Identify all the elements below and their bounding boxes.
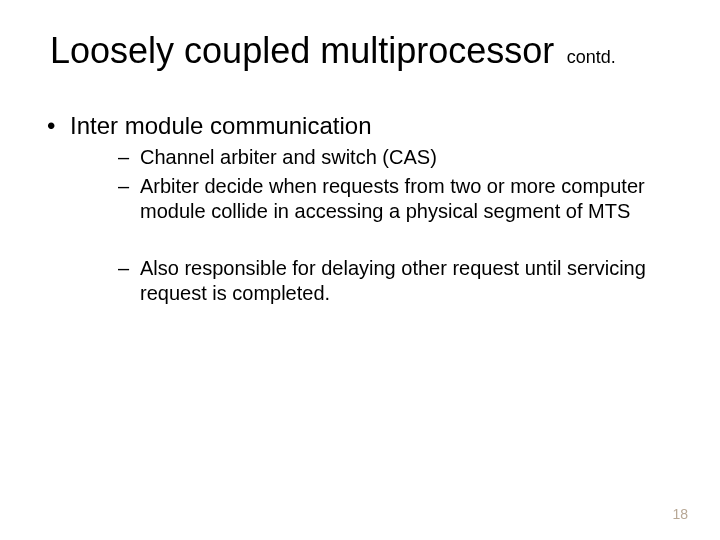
page-number: 18 [672,506,688,522]
slide-title-contd: contd. [567,47,616,67]
bullet-item-l2: Arbiter decide when requests from two or… [118,174,680,224]
slide: Loosely coupled multiprocessor contd. In… [0,0,720,540]
bullet-list-l2: Channel arbiter and switch (CAS) Arbiter… [70,145,680,306]
spacer [118,228,680,256]
slide-title: Loosely coupled multiprocessor [50,30,554,71]
bullet-text: Channel arbiter and switch (CAS) [140,146,437,168]
slide-content: Inter module communication Channel arbit… [40,112,680,306]
bullet-item-l2: Also responsible for delaying other requ… [118,256,680,306]
bullet-list-l1: Inter module communication Channel arbit… [45,112,680,306]
bullet-item-l1: Inter module communication Channel arbit… [45,112,680,306]
bullet-text: Also responsible for delaying other requ… [140,257,646,304]
bullet-text: Inter module communication [70,112,371,139]
bullet-text: Arbiter decide when requests from two or… [140,175,645,222]
bullet-item-l2: Channel arbiter and switch (CAS) [118,145,680,170]
slide-title-area: Loosely coupled multiprocessor contd. [40,30,680,72]
